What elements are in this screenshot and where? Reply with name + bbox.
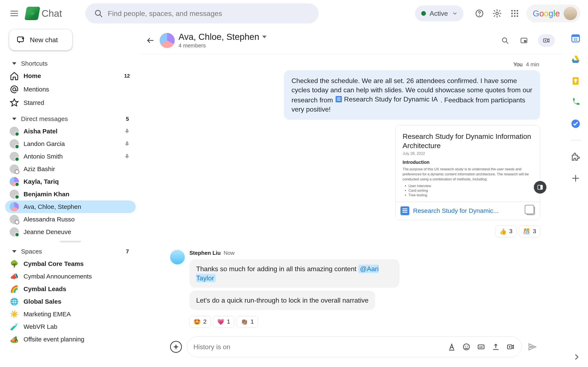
open-side-panel-button[interactable]	[534, 181, 546, 193]
spaces-label: Spaces	[21, 248, 121, 255]
spaces-badge: 7	[126, 248, 129, 255]
new-chat-button[interactable]: New chat	[9, 29, 72, 50]
reaction-chip[interactable]: 🎊3	[519, 225, 540, 237]
send-icon	[528, 342, 537, 351]
account-switcher[interactable]: Google	[527, 4, 580, 22]
upload-button[interactable]	[491, 342, 501, 351]
dm-item[interactable]: Alessandra Russo	[5, 213, 136, 226]
sender-avatar	[170, 250, 185, 265]
svg-point-26	[467, 346, 468, 347]
presence-status-chip[interactable]: Active	[415, 5, 463, 21]
dm-item[interactable]: Aziz Bashir	[5, 163, 136, 175]
back-button[interactable]	[145, 35, 156, 46]
space-item[interactable]: 🌐Global Sales	[5, 295, 136, 308]
avatar	[10, 227, 19, 237]
video-call-button[interactable]	[538, 34, 555, 47]
send-button[interactable]	[527, 341, 538, 352]
message-thread[interactable]: You 4 min Checked the schedule. We are a…	[141, 54, 563, 332]
dm-label: Benjamin Khan	[24, 191, 130, 198]
space-item[interactable]: 📣Cymbal Announcements	[5, 270, 136, 283]
plus-icon	[173, 344, 179, 350]
avatar	[10, 215, 19, 224]
sidebar-item-home[interactable]: Home 12	[5, 70, 136, 82]
spaces-section-header[interactable]: Spaces 7	[5, 246, 136, 257]
dm-item[interactable]: Antonio Smith	[5, 150, 136, 163]
space-item[interactable]: 🌳Cymbal Core Teams	[5, 258, 136, 270]
keep-icon	[571, 76, 581, 86]
main-menu-button[interactable]	[4, 3, 24, 24]
message-other: Stephen Liu Now Thanks so much for addin…	[170, 250, 540, 328]
reaction-emoji: 💗	[217, 318, 225, 325]
doc-link-chip[interactable]: Research Study for Dynamic IA	[335, 95, 439, 104]
search-in-conversation-button[interactable]	[500, 36, 510, 45]
new-chat-label: New chat	[30, 36, 58, 44]
tasks-app-button[interactable]	[571, 119, 581, 129]
collapse-rail-button[interactable]	[572, 352, 582, 362]
chat-logo-icon	[24, 7, 40, 20]
svg-rect-19	[524, 40, 526, 42]
meet-insert-button[interactable]	[506, 342, 515, 351]
compose-box[interactable]: GIF	[187, 336, 522, 357]
space-item[interactable]: 🌈Cymbal Leads	[5, 283, 136, 295]
gif-button[interactable]: GIF	[476, 342, 486, 351]
search-bar[interactable]	[86, 3, 319, 24]
search-icon	[94, 9, 103, 18]
section-resize-handle[interactable]	[60, 241, 81, 242]
dm-item[interactable]: Benjamin Khan	[5, 188, 136, 200]
doc-card-bullets: User interviewCard sortingTree testing	[408, 184, 533, 197]
emoji-button[interactable]	[462, 342, 471, 351]
google-wordmark: Google	[533, 9, 560, 18]
help-button[interactable]	[474, 8, 484, 18]
conversation-title-button[interactable]: Ava, Chloe, Stephen	[179, 32, 267, 42]
svg-point-6	[514, 10, 515, 12]
space-label: WebVR Lab	[24, 323, 130, 330]
dm-item[interactable]: Ava, Chloe, Stephen	[5, 200, 136, 213]
dm-item[interactable]: Landon Garcia	[5, 138, 136, 150]
space-item[interactable]: 🧪WebVR Lab	[5, 320, 136, 333]
reaction-chip[interactable]: 👏🏽1	[237, 316, 258, 328]
dms-section-header[interactable]: Direct messages 5	[5, 114, 136, 124]
compose-input[interactable]	[193, 343, 442, 351]
calendar-app-button[interactable]: 31	[571, 33, 581, 43]
sidebar-item-starred[interactable]: Starred	[5, 96, 136, 109]
profile-avatar[interactable]	[564, 7, 577, 20]
doc-preview-card[interactable]: Research Study for Dynamic Information A…	[395, 125, 540, 220]
reaction-chip[interactable]: 👍3	[495, 225, 517, 237]
doc-bullet: User interview	[408, 184, 533, 188]
gif-icon: GIF	[477, 343, 485, 351]
addons-button[interactable]	[571, 152, 581, 162]
dm-item[interactable]: Kayla, Tariq	[5, 175, 136, 188]
apps-button[interactable]	[510, 8, 520, 18]
svg-point-3	[479, 15, 480, 16]
add-attachment-button[interactable]	[170, 341, 182, 353]
doc-card-date: July 28, 2022	[403, 151, 533, 156]
space-item[interactable]: 🏕️Offsite event planning	[5, 333, 136, 346]
space-item[interactable]: ☀️Marketing EMEA	[5, 308, 136, 320]
reaction-chip[interactable]: 💗1	[213, 316, 234, 328]
help-icon	[475, 9, 484, 18]
shortcuts-section-header[interactable]: Shortcuts	[5, 58, 136, 69]
format-button[interactable]	[447, 342, 456, 351]
keep-app-button[interactable]	[571, 76, 581, 86]
reaction-chip[interactable]: 🤩2	[190, 316, 211, 328]
pip-button[interactable]	[519, 36, 529, 45]
search-input[interactable]	[108, 9, 310, 18]
reaction-emoji: 👏🏽	[241, 318, 248, 325]
space-emoji-icon: ☀️	[10, 310, 19, 318]
drive-app-button[interactable]	[571, 55, 581, 65]
app-logo: Chat	[26, 7, 62, 20]
message-text: Let's do a quick run-through to lock in …	[196, 297, 369, 304]
copy-link-button[interactable]	[527, 207, 535, 215]
video-plus-icon	[507, 343, 515, 351]
svg-point-15	[13, 88, 16, 91]
dm-label: Aziz Bashir	[24, 166, 130, 173]
caret-down-icon	[12, 250, 16, 253]
settings-button[interactable]	[492, 8, 502, 18]
dm-item[interactable]: Jeanne Deneuve	[5, 226, 136, 238]
sidebar-item-mentions[interactable]: Mentions	[5, 83, 136, 96]
voice-app-button[interactable]	[571, 97, 581, 107]
dm-item[interactable]: Aisha Patel	[5, 125, 136, 138]
get-addons-button[interactable]	[571, 173, 581, 183]
space-label: Cymbal Leads	[24, 285, 130, 292]
video-plus-icon	[542, 36, 550, 44]
